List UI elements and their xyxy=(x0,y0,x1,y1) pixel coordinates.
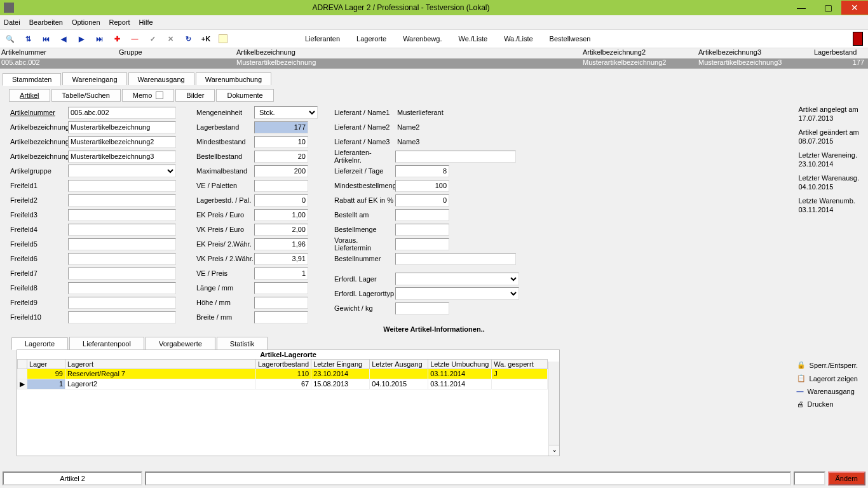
col-letzter-eingang[interactable]: Letzter Eingang xyxy=(311,360,370,369)
input-f2[interactable] xyxy=(68,194,176,207)
link-lagerorte[interactable]: Lagerorte xyxy=(356,35,386,43)
close-button[interactable]: ✕ xyxy=(841,1,868,15)
input-f9[interactable] xyxy=(68,297,176,309)
menu-bearbeiten[interactable]: Bearbeiten xyxy=(29,18,63,26)
search-icon[interactable]: 🔍 xyxy=(5,34,15,44)
tool-icon[interactable] xyxy=(219,34,227,43)
col-wa-gesperrt[interactable]: Wa. gesperrt xyxy=(492,360,548,369)
link-weliste[interactable]: We./Liste xyxy=(458,35,487,43)
link-lieferanten[interactable]: Lieferanten xyxy=(305,35,340,43)
subtab-vorgabewerte[interactable]: Vorgabewerte xyxy=(146,337,215,349)
input-f3[interactable] xyxy=(68,209,176,221)
add-icon[interactable]: ✚ xyxy=(112,34,122,44)
input-f4[interactable] xyxy=(68,224,176,236)
input-lagerbestand[interactable] xyxy=(254,121,308,133)
aendern-button[interactable]: Ändern xyxy=(828,471,865,485)
input-bez[interactable] xyxy=(68,121,176,133)
input-f6[interactable] xyxy=(68,253,176,265)
input-rab[interactable] xyxy=(395,194,449,207)
inner-tab-memo[interactable]: Memo xyxy=(122,89,175,102)
link-waliste[interactable]: Wa./Liste xyxy=(504,35,532,43)
tab-warenumbuchung[interactable]: Warenumbuchung xyxy=(196,72,271,85)
next-icon[interactable]: ▶ xyxy=(76,34,86,44)
input-f10[interactable] xyxy=(68,311,176,323)
subtab-statistik[interactable]: Statistik xyxy=(217,337,268,349)
input-vep[interactable] xyxy=(254,180,308,192)
menu-optionen[interactable]: Optionen xyxy=(72,18,100,26)
scrollbar[interactable]: ⌄ xyxy=(548,362,559,456)
more-info-link[interactable]: Weitere Artikel-Informationen.. xyxy=(0,325,868,333)
input-lbp[interactable] xyxy=(254,194,308,207)
input-ek[interactable] xyxy=(254,209,308,221)
inner-tab-tabelle[interactable]: Tabelle/Suchen xyxy=(51,89,121,102)
first-icon[interactable]: ⏮ xyxy=(41,34,51,44)
input-bnr[interactable] xyxy=(395,253,516,265)
input-bam[interactable] xyxy=(395,209,449,221)
input-f5[interactable] xyxy=(68,238,176,250)
col-lager[interactable]: Lager xyxy=(27,360,65,369)
select-elot[interactable] xyxy=(395,287,519,300)
minimize-button[interactable]: — xyxy=(788,1,815,15)
menu-datei[interactable]: Datei xyxy=(4,18,20,26)
inner-tab-dokumente[interactable]: Dokumente xyxy=(216,89,273,102)
input-len[interactable] xyxy=(254,282,308,294)
plusk-icon[interactable]: +K xyxy=(201,34,211,44)
input-artikelnummer[interactable] xyxy=(68,107,176,119)
input-f7[interactable] xyxy=(68,268,176,280)
col-letzte-umbuchung[interactable]: Letzte Umbuchung xyxy=(428,360,492,369)
remove-icon[interactable]: — xyxy=(130,34,140,44)
subtab-lieferantenpool[interactable]: Lieferantenpool xyxy=(69,337,144,349)
menu-report[interactable]: Report xyxy=(109,18,130,26)
input-ek2[interactable] xyxy=(254,238,308,250)
input-vk[interactable] xyxy=(254,224,308,236)
input-vepr[interactable] xyxy=(254,268,308,280)
input-vlt[interactable] xyxy=(395,238,449,250)
inner-tab-bilder[interactable]: Bilder xyxy=(175,89,215,102)
select-elag[interactable] xyxy=(395,273,519,285)
input-h[interactable] xyxy=(254,297,308,309)
link-warenbewg[interactable]: Warenbewg. xyxy=(403,35,442,43)
input-bez3[interactable] xyxy=(68,151,176,163)
action-sperr[interactable]: 🔒Sperr./Entsperr. xyxy=(797,361,858,369)
cancel-icon[interactable]: ✕ xyxy=(165,34,175,44)
select-mengeneinheit[interactable]: Stck. xyxy=(254,106,318,119)
prev-icon[interactable]: ◀ xyxy=(58,34,69,44)
inner-tab-artikel[interactable]: Artikel xyxy=(9,89,50,102)
link-bestellwesen[interactable]: Bestellwesen xyxy=(550,35,591,43)
input-mbm[interactable] xyxy=(395,180,449,192)
input-lz[interactable] xyxy=(395,165,449,177)
exit-icon[interactable] xyxy=(853,32,863,46)
input-b[interactable] xyxy=(254,311,308,323)
input-bez2[interactable] xyxy=(68,136,176,148)
input-f1[interactable] xyxy=(68,180,176,192)
col-letzter-ausgang[interactable]: Letzter Ausgang xyxy=(370,360,428,369)
tab-stammdaten[interactable]: Stammdaten xyxy=(3,73,61,86)
menu-hilfe[interactable]: Hilfe xyxy=(139,18,153,26)
check-icon[interactable]: ✓ xyxy=(147,34,158,44)
sort-icon[interactable]: ⇅ xyxy=(23,34,33,44)
action-lagerort-zeigen[interactable]: 📋Lagerort zeigen xyxy=(797,374,858,383)
input-gew[interactable] xyxy=(395,302,449,315)
chevron-down-icon[interactable]: ⌄ xyxy=(549,445,559,456)
col-lagerort[interactable]: Lagerort xyxy=(65,360,256,369)
input-maxb[interactable] xyxy=(254,165,308,177)
input-f8[interactable] xyxy=(68,282,176,294)
action-drucken[interactable]: 🖨Drucken xyxy=(797,400,858,408)
tab-warenausgang[interactable]: Warenausgang xyxy=(128,72,194,85)
refresh-icon[interactable]: ↻ xyxy=(183,34,193,44)
input-bm[interactable] xyxy=(395,224,449,236)
last-icon[interactable]: ⏭ xyxy=(94,34,104,44)
input-bestellb[interactable] xyxy=(254,151,308,163)
table-row[interactable]: ▶ 1 Lagerort2 67 15.08.2013 04.10.2015 0… xyxy=(18,379,548,390)
maximize-button[interactable]: ▢ xyxy=(815,1,841,15)
action-warenausgang[interactable]: —Warenausgang xyxy=(797,388,858,395)
table-row[interactable]: 99 Reserviert/Regal 7 110 23.10.2014 03.… xyxy=(18,369,548,379)
input-vk2[interactable] xyxy=(254,253,308,265)
input-mindest[interactable] xyxy=(254,136,308,148)
input-lart[interactable] xyxy=(395,151,516,163)
col-lagerortbestand[interactable]: Lagerortbestand xyxy=(256,360,311,369)
memo-checkbox[interactable] xyxy=(156,92,163,99)
select-artikelgruppe[interactable] xyxy=(68,165,176,177)
tab-wareneingang[interactable]: Wareneingang xyxy=(62,72,126,85)
subtab-lagerorte[interactable]: Lagerorte xyxy=(11,337,68,350)
